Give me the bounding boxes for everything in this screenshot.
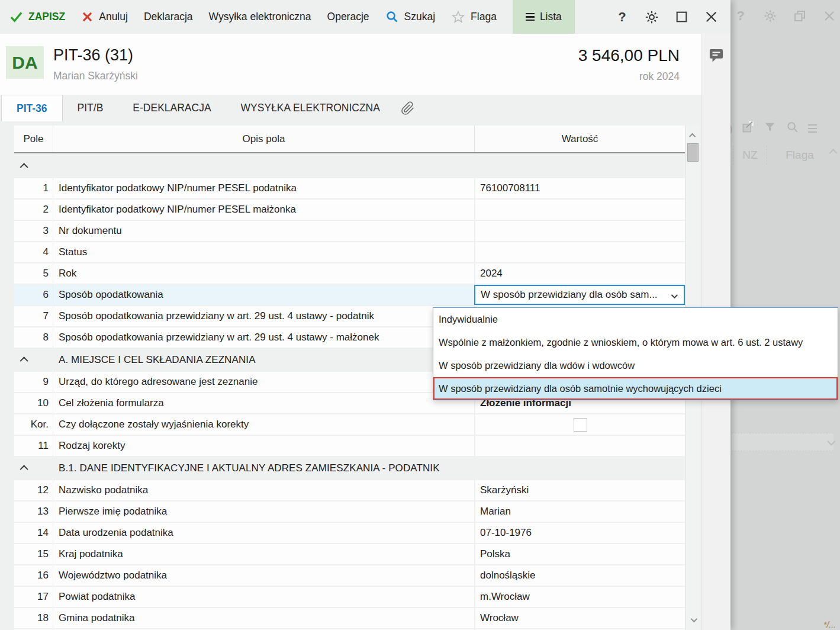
tab-wysy-ka-elektroniczna[interactable]: WYSYŁKA ELEKTRONICZNA: [226, 95, 395, 121]
section-title: A. MIEJSCE I CEL SKŁADANIA ZEZNANIA: [53, 354, 256, 366]
cell-wartosc[interactable]: Skarżyński: [474, 480, 685, 500]
cell-wartosc[interactable]: Polska: [474, 544, 685, 564]
amount-value: 3 546,00 PLN: [414, 46, 680, 65]
chevron-up-icon[interactable]: [20, 356, 28, 365]
scroll-down-button[interactable]: [686, 613, 700, 626]
cell-wartosc[interactable]: 76100708111: [474, 178, 685, 198]
cell-wartosc: W sposób przewidziany dla osób sam...: [474, 285, 685, 305]
cell-pole: 12: [14, 480, 53, 500]
comment-icon: [708, 47, 725, 63]
cell-opis: Rodzaj korekty: [53, 436, 474, 456]
dropdown-option[interactable]: Wspólnie z małżonkiem, zgodnie z wnioski…: [433, 331, 838, 354]
dropdown-option[interactable]: Indywidualnie: [433, 308, 838, 331]
declaration-label: Deklaracja: [144, 11, 193, 23]
maximize-button[interactable]: [674, 9, 689, 25]
flag-label: Flaga: [471, 11, 497, 23]
settings-button[interactable]: [644, 9, 659, 25]
table-row[interactable]: 17Powiat podatnikam.Wrocław: [14, 587, 685, 607]
electronic-shipment-menu[interactable]: Wysyłka elektroniczna: [209, 11, 311, 23]
cancel-label: Anuluj: [99, 11, 128, 23]
section-collapse-cell[interactable]: [14, 465, 53, 471]
save-button[interactable]: ZAPISZ: [9, 10, 65, 24]
korekta-checkbox[interactable]: [574, 418, 587, 432]
table-row[interactable]: 12Nazwisko podatnikaSkarżyński: [14, 480, 685, 500]
column-header-wartosc[interactable]: Wartość: [475, 126, 685, 152]
cell-pole: 13: [14, 502, 53, 522]
cell-wartosc[interactable]: 2024: [474, 263, 685, 284]
tab-pit-36[interactable]: PIT-36: [1, 95, 63, 121]
table-row[interactable]: 2Identyfikator podatkowy NIP/numer PESEL…: [14, 200, 685, 220]
table-row[interactable]: 3Nr dokumentu: [14, 221, 685, 241]
cell-pole: 9: [14, 372, 53, 392]
table-row[interactable]: 13Pierwsze imię podatnikaMarian: [14, 502, 685, 522]
scrollbar-thumb[interactable]: [687, 143, 699, 162]
cell-wartosc[interactable]: m.Wrocław: [474, 587, 685, 607]
section-row[interactable]: B.1. DANE IDENTYFIKACYJNE I AKTUALNY ADR…: [14, 457, 685, 479]
section-collapse-cell[interactable]: [14, 357, 53, 363]
background-column-headers: NZ Flaga: [733, 146, 832, 165]
help-button[interactable]: ?: [614, 9, 630, 25]
dropdown-option-highlighted[interactable]: W sposób przewidziany dla osób samotnie …: [433, 377, 838, 400]
table-row[interactable]: 4Status: [14, 242, 685, 262]
cell-wartosc[interactable]: [474, 436, 685, 456]
cell-pole: 16: [14, 565, 53, 586]
close-button[interactable]: [703, 9, 719, 25]
cell-pole: 6: [14, 285, 53, 305]
cell-opis: Cel złożenia formularza: [53, 393, 474, 413]
flag-button[interactable]: Flaga: [451, 10, 497, 24]
table-row[interactable]: 18Gmina podatnikaWrocław: [14, 608, 685, 628]
cell-wartosc[interactable]: [474, 221, 685, 241]
attachment-paperclip-icon[interactable]: [401, 95, 415, 121]
cell-wartosc[interactable]: [474, 242, 685, 262]
column-header-pole[interactable]: Pole: [14, 126, 53, 152]
table-row[interactable]: 16Województwo podatnikadolnośląskie: [14, 565, 685, 586]
table-row[interactable]: 6Sposób opodatkowaniaW sposób przewidzia…: [14, 285, 685, 305]
tab-pit-b[interactable]: PIT/B: [63, 95, 118, 121]
cell-opis: Sposób opodatkowania przewidziany w art.…: [53, 306, 474, 326]
list-button[interactable]: Lista: [513, 0, 575, 34]
collapse-all-row[interactable]: [14, 156, 685, 177]
cell-wartosc[interactable]: 07-10-1976: [474, 523, 685, 543]
cell-wartosc[interactable]: Marian: [474, 502, 685, 522]
cell-wartosc[interactable]: dolnośląskie: [474, 565, 685, 586]
cell-pole: 1: [14, 178, 53, 198]
table-row[interactable]: 1Identyfikator podatkowy NIP/numer PESEL…: [14, 178, 685, 198]
taxation-method-dropdown: IndywidualnieWspólnie z małżonkiem, zgod…: [433, 307, 838, 400]
cell-opis: Status: [53, 242, 474, 262]
cell-opis: Sposób opodatkowania przewidziany w art.…: [53, 327, 474, 348]
table-row[interactable]: 14Data urodzenia podatnika07-10-1976: [14, 523, 685, 543]
x-icon: [81, 11, 94, 23]
scroll-up-button[interactable]: [686, 129, 700, 142]
chevron-up-icon[interactable]: [20, 465, 28, 473]
window-controls: ?: [614, 0, 719, 34]
cell-wartosc[interactable]: [474, 200, 685, 220]
page-title: PIT-36 (31): [53, 46, 133, 65]
sposob-opodatkowania-select[interactable]: W sposób przewidziany dla osób sam...: [474, 285, 685, 305]
comment-button[interactable]: [708, 47, 725, 63]
column-header-opis[interactable]: Opis pola: [53, 126, 475, 152]
help-icon: ?: [732, 7, 749, 25]
cell-wartosc[interactable]: Wrocław: [474, 608, 685, 628]
table-row[interactable]: 11Rodzaj korekty: [14, 436, 685, 456]
table-row[interactable]: 15Kraj podatnikaPolska: [14, 544, 685, 564]
table-row[interactable]: Kor.Czy dołączone zostały wyjaśnienia ko…: [14, 414, 685, 435]
table-row[interactable]: 5Rok2024: [14, 263, 685, 284]
tab-e-deklaracja[interactable]: E-DEKLARACJA: [118, 95, 226, 121]
cell-opis: Gmina podatnika: [53, 608, 474, 628]
cell-pole: 11: [14, 436, 53, 456]
cell-pole: Kor.: [14, 414, 53, 435]
cell-pole: 7: [14, 306, 53, 326]
operations-menu[interactable]: Operacje: [327, 11, 369, 23]
collapse-cell[interactable]: [14, 163, 53, 169]
search-button[interactable]: Szukaj: [385, 10, 436, 24]
cancel-button[interactable]: Anuluj: [81, 11, 128, 23]
declaration-menu[interactable]: Deklaracja: [144, 11, 193, 23]
cell-pole: 5: [14, 263, 53, 284]
cell-pole: 4: [14, 242, 53, 262]
chevron-down-icon[interactable]: [671, 292, 678, 298]
gear-icon: [644, 9, 659, 25]
background-toolbar-icons: ): [729, 120, 817, 137]
dropdown-option[interactable]: W sposób przewidziany dla wdów i wdowców: [433, 354, 838, 377]
cell-opis: Województwo podatnika: [53, 565, 474, 586]
chevron-up-icon[interactable]: [20, 163, 28, 171]
